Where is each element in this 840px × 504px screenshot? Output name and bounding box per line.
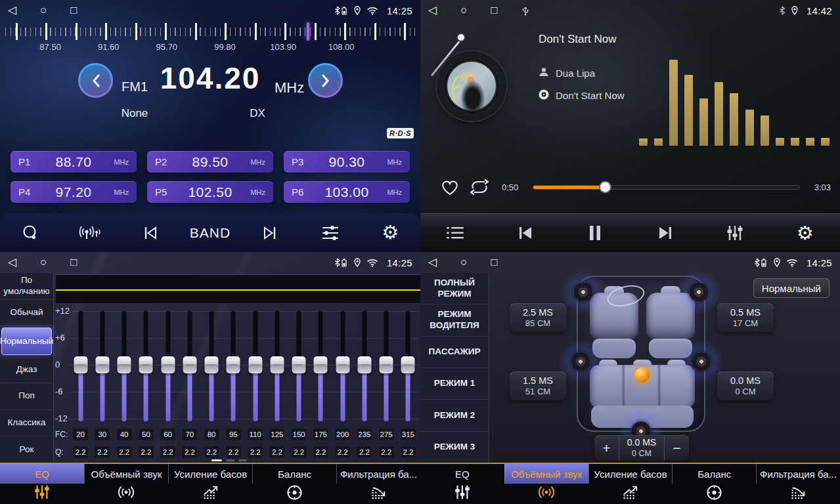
recents-icon[interactable]: □ <box>491 252 497 273</box>
eq-band-slider[interactable] <box>116 306 133 424</box>
pause-button[interactable] <box>575 217 615 249</box>
q-value-box[interactable]: 2.2 <box>269 446 285 459</box>
back-icon[interactable]: ◁ <box>428 252 437 273</box>
preset-button[interactable]: P4 97.20 MHz <box>11 181 137 203</box>
eq-band-slider[interactable] <box>399 306 416 424</box>
broadcast-button[interactable] <box>70 217 110 249</box>
q-value-box[interactable]: 2.2 <box>181 446 198 459</box>
eq-band-slider[interactable] <box>72 306 89 424</box>
favorite-button[interactable] <box>440 178 469 196</box>
rear-left-speaker-icon[interactable] <box>571 352 590 371</box>
fc-value-box[interactable]: 110 <box>247 428 263 441</box>
fc-value-box[interactable]: 150 <box>291 428 307 441</box>
surround-mode-item[interactable]: РЕЖИМ ВОДИТЕЛЯ <box>420 304 489 336</box>
settings-button[interactable]: ⚙ <box>370 217 410 249</box>
slider-handle[interactable] <box>139 356 153 373</box>
q-value-box[interactable]: 2.2 <box>94 446 110 459</box>
next-station-button[interactable] <box>250 217 290 249</box>
slider-handle[interactable] <box>380 356 393 373</box>
slider-handle[interactable] <box>74 356 87 373</box>
slider-handle[interactable] <box>292 356 306 373</box>
eq-band-slider[interactable] <box>290 306 307 424</box>
fc-value-box[interactable]: 315 <box>400 428 416 441</box>
eq-preset-item[interactable]: Обычай <box>0 300 53 327</box>
eq-band-slider[interactable] <box>181 306 198 424</box>
tuner-pointer[interactable] <box>307 22 309 41</box>
settings-button[interactable]: ⚙ <box>785 217 825 249</box>
rear-right-speaker-icon[interactable] <box>692 352 711 371</box>
eq-preset-item[interactable]: Классика <box>0 410 53 437</box>
audio-settings-button[interactable] <box>311 217 350 249</box>
eq-band-slider[interactable] <box>94 306 111 424</box>
back-icon[interactable]: ◁ <box>8 0 16 21</box>
q-value-box[interactable]: 2.2 <box>356 446 372 459</box>
slider-handle[interactable] <box>205 356 219 373</box>
surround-mode-item[interactable]: РЕЖИМ 1 <box>420 368 489 400</box>
fc-value-box[interactable]: 70 <box>181 428 198 441</box>
recents-icon[interactable]: □ <box>70 0 77 21</box>
tab-surround-sound[interactable]: Объёмный звук <box>504 464 588 504</box>
previous-track-button[interactable] <box>506 217 545 249</box>
fc-value-box[interactable]: 235 <box>356 428 372 441</box>
slider-handle[interactable] <box>270 356 284 373</box>
repeat-button[interactable] <box>469 178 498 196</box>
sound-profile-button[interactable]: Нормальный <box>753 278 829 298</box>
q-value-box[interactable]: 2.2 <box>247 446 263 459</box>
preset-button[interactable]: P2 89.50 MHz <box>147 151 273 173</box>
delay-decrease-button[interactable]: − <box>665 436 689 461</box>
q-value-box[interactable]: 2.2 <box>378 446 395 459</box>
surround-mode-item[interactable]: ПОЛНЫЙ РЕЖИМ <box>420 273 489 304</box>
home-icon[interactable]: ○ <box>460 0 467 21</box>
preset-button[interactable]: P1 88.70 MHz <box>11 151 137 173</box>
tab-surround-sound[interactable]: Объёмный звук <box>84 464 168 504</box>
eq-band-slider[interactable] <box>356 306 373 424</box>
slider-handle[interactable] <box>183 356 196 373</box>
front-right-delay[interactable]: 0.5 MS 17 CM <box>717 303 774 332</box>
fc-value-box[interactable]: 50 <box>138 428 154 441</box>
tab-bass-boost[interactable]: Усиление басов <box>588 464 673 504</box>
tab-bass-filter[interactable]: Фильтрация ба... <box>336 464 420 504</box>
seek-bar[interactable] <box>533 186 799 189</box>
dx-mode[interactable]: DX <box>243 107 272 120</box>
eq-preset-item[interactable]: Поп <box>0 383 53 410</box>
preset-button[interactable]: P3 90.30 MHz <box>284 151 410 173</box>
album-art[interactable] <box>437 51 506 121</box>
band-page-indicator[interactable] <box>211 459 247 461</box>
q-value-box[interactable]: 2.2 <box>116 446 133 459</box>
rear-right-delay[interactable]: 0.0 MS 0 CM <box>717 371 774 400</box>
home-icon[interactable]: ○ <box>40 0 47 21</box>
eq-preset-item[interactable]: Джаз <box>0 356 53 383</box>
fc-value-box[interactable]: 125 <box>269 428 285 441</box>
tab-balance[interactable]: Баланс <box>252 464 336 504</box>
fc-value-box[interactable]: 200 <box>334 428 351 441</box>
tab-eq[interactable]: EQ <box>0 464 84 504</box>
front-left-delay[interactable]: 2.5 MS 85 CM <box>510 303 566 332</box>
q-value-box[interactable]: 2.2 <box>72 446 89 459</box>
eq-preset-item[interactable]: Рок <box>0 436 53 463</box>
previous-station-button[interactable] <box>131 217 170 249</box>
q-value-box[interactable]: 2.2 <box>291 446 307 459</box>
scan-button[interactable] <box>11 217 50 249</box>
next-track-button[interactable] <box>646 217 685 249</box>
eq-band-slider[interactable] <box>203 306 220 424</box>
fc-value-box[interactable]: 80 <box>204 428 220 441</box>
q-value-box[interactable]: 2.2 <box>204 446 220 459</box>
equalizer-button[interactable] <box>715 217 755 249</box>
back-icon[interactable]: ◁ <box>428 0 437 21</box>
eq-preset-item[interactable]: Нормальный <box>1 327 52 355</box>
fc-value-box[interactable]: 40 <box>116 428 133 441</box>
slider-handle[interactable] <box>118 356 131 373</box>
eq-band-slider[interactable] <box>269 306 286 424</box>
back-icon[interactable]: ◁ <box>8 252 16 273</box>
rear-left-delay[interactable]: 1.5 MS 51 CM <box>510 371 566 400</box>
recents-icon[interactable]: □ <box>70 252 77 273</box>
fc-value-box[interactable]: 175 <box>313 428 329 441</box>
surround-mode-item[interactable]: ПАССАЖИР <box>420 337 489 368</box>
q-value-box[interactable]: 2.2 <box>160 446 176 459</box>
tab-bass-boost[interactable]: Усиление басов <box>168 464 252 504</box>
fc-value-box[interactable]: 20 <box>72 428 89 441</box>
seek-thumb[interactable] <box>600 182 610 192</box>
home-icon[interactable]: ○ <box>40 252 47 273</box>
surround-mode-item[interactable]: РЕЖИМ 3 <box>420 432 489 463</box>
eq-band-slider[interactable] <box>312 306 329 424</box>
